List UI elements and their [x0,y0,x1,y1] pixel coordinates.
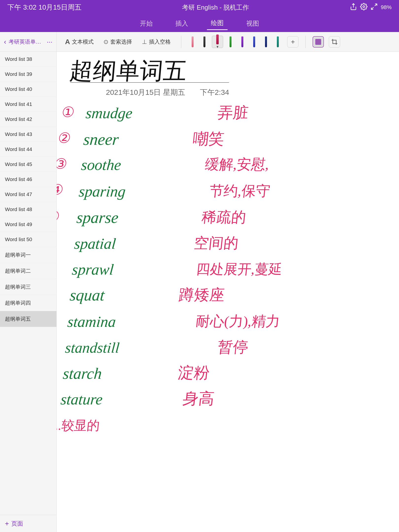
color-swatch-icon [315,39,321,45]
pen-pink-button[interactable] [188,36,197,48]
tab-bar: 开始 插入 绘图 视图 [0,15,399,32]
tab-start[interactable]: 开始 [136,17,157,30]
sidebar-list: Word list 38 Word list 39 Word list 40 W… [0,52,56,515]
note-page[interactable]: 超纲单词五 2021年10月15日 星期五 下午2:34 ① smudge 弄脏… [57,52,399,532]
toolbar-separator-2 [305,36,306,48]
svg-text:四处展开,蔓延: 四处展开,蔓延 [196,262,283,277]
sidebar-item-6[interactable]: Word list 44 [0,142,56,157]
svg-text:耐心(力),精力: 耐心(力),精力 [195,313,281,329]
sidebar-item-16[interactable]: 超纲单词四 [0,295,56,311]
status-bar-left: 下午 3:02 10月15日周五 [7,3,82,12]
svg-text:⑥: ⑥ [57,234,57,250]
tab-view[interactable]: 视图 [242,17,263,30]
lasso-label: 套索选择 [110,38,132,46]
sidebar-item-4[interactable]: Word list 42 [0,112,56,127]
sidebar-item-3[interactable]: Word list 41 [0,97,56,112]
sidebar-item-5[interactable]: Word list 43 [0,127,56,142]
settings-icon[interactable] [360,3,367,12]
svg-text:缓解,安慰,: 缓解,安慰, [204,156,270,172]
sidebar-more-button[interactable]: ··· [47,38,52,46]
main-content: 超纲单词五 2021年10月15日 星期五 下午2:34 ① smudge 弄脏… [57,52,399,532]
sidebar-back-button[interactable]: ‹ [4,38,6,46]
sidebar-item-10[interactable]: Word list 48 [0,202,56,217]
add-page-label: 页面 [11,520,23,528]
lasso-icon: ⊙ [103,38,108,45]
pen-purple-icon [241,36,243,47]
svg-text:淀粉: 淀粉 [177,364,210,382]
svg-text:starch: starch [62,365,103,382]
pen-blue-button[interactable] [250,36,259,48]
toolbar-separator-1 [181,36,181,48]
svg-text:暂停: 暂停 [217,339,249,355]
pen-green-button[interactable] [226,36,235,48]
svg-line-2 [371,7,374,9]
sidebar-item-12[interactable]: Word list 50 [0,232,56,247]
svg-text:②: ② [57,130,72,146]
crop-button[interactable] [329,36,340,48]
sidebar-item-17[interactable]: 超纲单词五 [0,311,56,327]
svg-text:standstill: standstill [65,339,120,356]
sidebar-item-8[interactable]: Word list 46 [0,172,56,187]
pen-green-icon [230,36,232,47]
sidebar-item-11[interactable]: Word list 49 [0,217,56,232]
sidebar-title: 考研英语单词... [9,38,44,46]
add-pen-button[interactable]: + [287,36,299,48]
svg-rect-3 [333,40,336,44]
insert-space-button[interactable]: ⊥ 插入空格 [138,37,174,47]
sidebar-item-14[interactable]: 超纲单词二 [0,263,56,279]
svg-text:⑤: ⑤ [57,208,61,224]
pen-teal-button[interactable] [273,36,282,48]
text-mode-label: 文本模式 [72,38,94,46]
insert-space-label: 插入空格 [149,38,171,46]
svg-text:嘲笑: 嘲笑 [192,130,225,148]
sidebar-header: ‹ 考研英语单词... ··· [0,32,56,52]
status-bar-right: 98% [350,3,392,12]
drawing-toolbar: A 文本模式 ⊙ 套索选择 ⊥ 插入空格 ▾ [57,32,399,52]
svg-text:stamina: stamina [67,313,116,330]
svg-text:①: ① [61,104,76,120]
svg-text:稀疏的: 稀疏的 [201,209,247,225]
svg-text:③: ③ [57,156,68,172]
svg-text:sparse: sparse [76,209,119,226]
svg-text:squat: squat [69,286,106,304]
svg-text:...较显的: ...较显的 [57,418,100,432]
sidebar-item-7[interactable]: Word list 45 [0,157,56,172]
handwriting-canvas[interactable]: 超纲单词五 2021年10月15日 星期五 下午2:34 ① smudge 弄脏… [57,52,399,532]
svg-text:spatial: spatial [74,235,117,252]
svg-line-1 [375,4,377,6]
tab-draw[interactable]: 绘图 [207,17,228,30]
pen-blue-icon [253,36,255,47]
pen-dark-button[interactable] [200,36,209,48]
svg-text:stature: stature [60,391,103,408]
svg-text:蹲矮座: 蹲矮座 [178,286,226,303]
pen-tools: ▾ [188,36,282,48]
app-title: 考研 English - 脱机工作 [182,3,249,12]
share-icon[interactable] [350,3,357,12]
sidebar-item-9[interactable]: Word list 47 [0,187,56,202]
text-tools: A 文本模式 ⊙ 套索选择 ⊥ 插入空格 [62,36,174,47]
time-display: 下午 3:02 [7,3,36,12]
lasso-select-button[interactable]: ⊙ 套索选择 [100,37,135,47]
pen-selected-button[interactable]: ▾ [212,36,223,48]
pen-dropdown-icon: ▾ [216,44,218,49]
svg-text:弄脏: 弄脏 [217,104,249,121]
text-mode-button[interactable]: A 文本模式 [62,36,97,47]
tab-insert[interactable]: 插入 [171,17,192,30]
text-mode-icon: A [65,38,70,46]
svg-text:sparing: sparing [78,183,126,200]
svg-text:soothe: soothe [81,156,122,173]
sidebar-item-2[interactable]: Word list 40 [0,82,56,97]
sidebar-item-15[interactable]: 超纲单词三 [0,279,56,295]
pen-purple-button[interactable] [238,36,247,48]
pen-navy-button[interactable] [262,36,270,48]
sidebar-add-page-button[interactable]: + 页面 [0,515,56,532]
svg-text:身高: 身高 [182,390,215,407]
expand-icon[interactable] [370,3,378,12]
svg-text:超纲单词五: 超纲单词五 [69,58,188,84]
sidebar-item-1[interactable]: Word list 39 [0,67,56,82]
color-swatch-button[interactable] [313,36,324,48]
sidebar-item-13[interactable]: 超纲单词一 [0,247,56,263]
sidebar-item-0[interactable]: Word list 38 [0,52,56,67]
add-page-icon: + [5,520,9,528]
sidebar: ‹ 考研英语单词... ··· Word list 38 Word list 3… [0,32,57,532]
